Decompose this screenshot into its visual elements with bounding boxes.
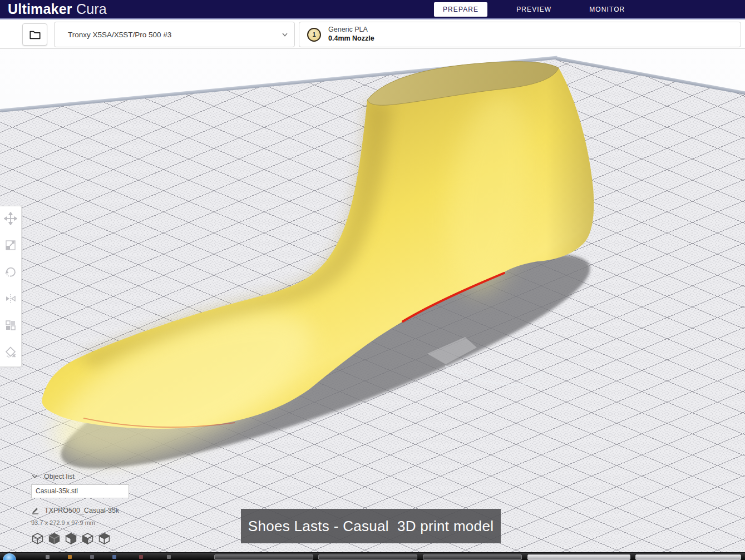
material-info: Generic PLA 0.4mm Nozzle — [328, 26, 374, 43]
nozzle-size: 0.4mm Nozzle — [328, 34, 374, 43]
camera-view-presets — [31, 532, 154, 545]
open-file-button[interactable] — [22, 23, 47, 46]
view-front-button[interactable] — [48, 532, 61, 545]
view-right-button[interactable] — [98, 532, 111, 545]
chevron-down-icon — [281, 31, 289, 41]
taskbar-item-2[interactable] — [318, 554, 417, 560]
object-list-toggle[interactable]: Object list — [31, 473, 154, 480]
printer-selector[interactable]: Tronxy X5SA/X5ST/Pro 500 #3 — [54, 22, 295, 47]
quicklaunch-icon-3[interactable] — [90, 555, 94, 559]
quicklaunch-icon-2[interactable] — [68, 555, 72, 559]
move-tool-button[interactable] — [3, 212, 18, 225]
tab-prepare[interactable]: PREPARE — [434, 2, 487, 17]
material-selector[interactable]: 1 Generic PLA 0.4mm Nozzle — [299, 22, 741, 47]
quicklaunch-icon-4[interactable] — [112, 555, 116, 559]
extruder-number: 1 — [312, 31, 315, 38]
scale-tool-button[interactable] — [3, 239, 18, 252]
tool-sidebar — [0, 206, 22, 367]
start-button[interactable] — [3, 553, 16, 560]
taskbar-item-1[interactable] — [214, 554, 313, 560]
view-3d-button[interactable] — [31, 532, 44, 545]
tab-monitor[interactable]: MONITOR — [580, 2, 634, 17]
material-type: Generic PLA — [328, 26, 374, 34]
viewport-3d[interactable]: Object list Casual-35k.stl TXPRO500_Casu… — [0, 49, 745, 560]
taskbar-item-4[interactable] — [527, 554, 630, 560]
taskbar-item-3[interactable] — [423, 554, 522, 560]
cura-window: Ultimaker Cura PREPARE PREVIEW MONITOR T… — [0, 0, 745, 560]
per-model-settings-button[interactable] — [3, 319, 18, 332]
scale-icon — [4, 239, 17, 252]
support-blocker-icon — [4, 345, 17, 359]
support-blocker-button[interactable] — [3, 345, 18, 359]
rotate-tool-button[interactable] — [3, 265, 18, 279]
chevron-down-icon — [31, 474, 38, 479]
per-model-settings-icon — [4, 319, 17, 332]
tab-preview[interactable]: PREVIEW — [507, 2, 560, 17]
quicklaunch-icon-5[interactable] — [139, 555, 143, 559]
app-logo: Ultimaker Cura — [8, 1, 107, 17]
object-list-title: Object list — [44, 473, 75, 480]
printer-name: Tronxy X5SA/X5ST/Pro 500 #3 — [68, 31, 171, 39]
printer-model-row: TXPRO500_Casual-35k — [31, 506, 154, 514]
taskbar-item-5[interactable] — [635, 554, 741, 560]
mirror-icon — [4, 292, 17, 305]
quicklaunch-icon-1[interactable] — [46, 555, 50, 559]
folder-icon — [29, 29, 41, 40]
view-left-button[interactable] — [65, 532, 77, 545]
stage-menu: PREPARE PREVIEW MONITOR — [434, 0, 634, 18]
move-icon — [4, 212, 17, 225]
pencil-icon — [31, 506, 40, 514]
caption-band: Shoes Lasts - Casual 3D print model — [241, 509, 501, 543]
windows-taskbar — [0, 552, 745, 560]
header-bar: Ultimaker Cura PREPARE PREVIEW MONITOR — [0, 0, 745, 19]
mirror-tool-button[interactable] — [3, 292, 18, 305]
object-list-panel: Object list Casual-35k.stl TXPRO500_Casu… — [31, 473, 154, 545]
printer-model-label: TXPRO500_Casual-35k — [45, 507, 119, 514]
logo-ultimaker: Ultimaker — [8, 1, 72, 17]
logo-cura: Cura — [76, 1, 107, 17]
extruder-badge: 1 — [307, 28, 321, 42]
rotate-icon — [4, 265, 17, 279]
quicklaunch-icon-6[interactable] — [167, 555, 171, 559]
view-top-button[interactable] — [81, 532, 94, 545]
object-name-field[interactable]: Casual-35k.stl — [31, 484, 129, 498]
model-dimensions: 93.7 x 272.9 x 97.9 mm — [31, 519, 154, 526]
config-bar: Tronxy X5SA/X5ST/Pro 500 #3 1 Generic PL… — [0, 21, 745, 49]
